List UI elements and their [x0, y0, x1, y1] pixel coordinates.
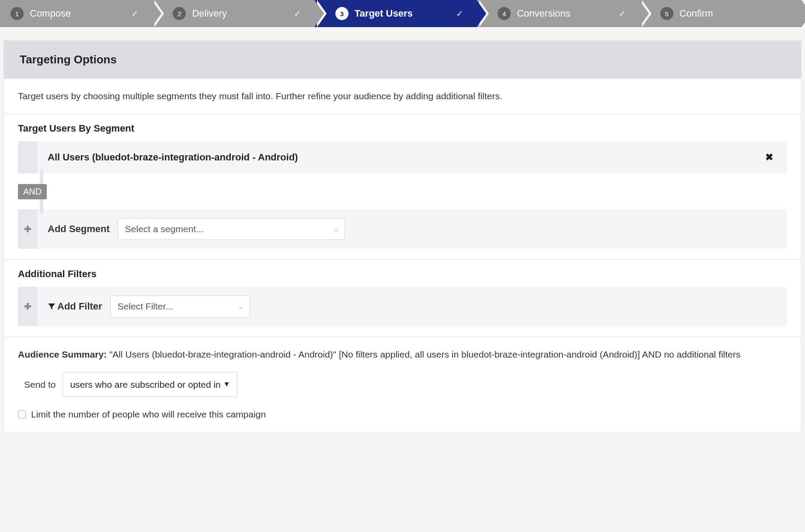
segment-name: All Users (bluedot-braze-integration-and… — [48, 152, 762, 163]
limit-label: Limit the number of people who will rece… — [31, 407, 266, 421]
limit-checkbox[interactable] — [18, 410, 26, 418]
plus-icon: ✚ — [24, 224, 31, 234]
segment-prefix — [18, 141, 37, 174]
chevron-down-icon: ⌵ — [334, 226, 338, 233]
filters-section: Additional Filters ✚ Add Filter Select F… — [4, 260, 801, 337]
summary-text: Audience Summary: "All Users (bluedot-br… — [18, 348, 787, 362]
and-badge: AND — [18, 184, 47, 199]
card-description: Target users by choosing multiple segmen… — [4, 79, 801, 114]
add-filter-body: Add Filter Select Filter... ⌵ — [37, 287, 787, 326]
segment-select-placeholder: Select a segment... — [125, 224, 334, 234]
send-to-row: Send to users who are subscribed or opte… — [24, 372, 787, 397]
check-icon: ✓ — [456, 8, 463, 19]
add-segment-body: Add Segment Select a segment... ⌵ — [37, 209, 787, 249]
card-header: Targeting Options — [4, 41, 801, 79]
caret-down-icon: ▼ — [223, 379, 230, 389]
filter-select-placeholder: Select Filter... — [118, 301, 239, 312]
audience-summary: Audience Summary: "All Users (bluedot-br… — [4, 337, 801, 432]
step-number: 3 — [335, 7, 348, 20]
segment-select[interactable]: Select a segment... ⌵ — [118, 218, 345, 240]
filters-heading: Additional Filters — [18, 268, 787, 280]
step-label: Target Users — [355, 8, 456, 19]
check-icon: ✓ — [619, 8, 626, 19]
step-label: Conversions — [517, 8, 618, 19]
send-to-label: Send to — [24, 378, 56, 392]
segment-body: All Users (bluedot-braze-integration-and… — [37, 141, 787, 174]
add-segment-prefix: ✚ — [18, 209, 37, 249]
step-number: 5 — [660, 7, 673, 20]
plus-icon: ✚ — [24, 301, 31, 312]
targeting-card: Targeting Options Target users by choosi… — [3, 40, 802, 432]
add-filter-label: Add Filter — [48, 301, 102, 312]
selected-segment-row: All Users (bluedot-braze-integration-and… — [18, 141, 787, 174]
segment-connector: AND — [18, 174, 787, 209]
summary-body: "All Users (bluedot-braze-integration-an… — [107, 349, 740, 359]
step-label: Compose — [30, 8, 131, 19]
step-target-users[interactable]: 3 Target Users ✓ — [314, 0, 477, 27]
add-segment-label: Add Segment — [48, 223, 110, 235]
limit-checkbox-row[interactable]: Limit the number of people who will rece… — [18, 407, 787, 421]
card-title: Targeting Options — [20, 53, 785, 66]
add-segment-row: ✚ Add Segment Select a segment... ⌵ — [18, 209, 787, 249]
send-to-value: users who are subscribed or opted in — [70, 378, 223, 392]
add-filter-prefix: ✚ — [18, 287, 37, 326]
step-conversions[interactable]: 4 Conversions ✓ — [477, 0, 639, 27]
step-label: Delivery — [192, 8, 293, 19]
step-delivery[interactable]: 2 Delivery ✓ — [152, 0, 314, 27]
step-number: 1 — [10, 7, 24, 20]
filter-icon — [48, 303, 56, 310]
add-filter-row: ✚ Add Filter Select Filter... ⌵ — [18, 287, 787, 326]
step-compose[interactable]: 1 Compose ✓ — [0, 0, 152, 27]
segments-heading: Target Users By Segment — [18, 123, 787, 134]
wizard-stepper: 1 Compose ✓ 2 Delivery ✓ 3 Target Users … — [0, 0, 805, 27]
check-icon: ✓ — [294, 8, 301, 19]
send-to-select[interactable]: users who are subscribed or opted in ▼ — [63, 372, 237, 397]
step-label: Confirm — [680, 8, 793, 19]
remove-segment-icon[interactable]: ✖ — [762, 150, 777, 165]
segments-section: Target Users By Segment All Users (blued… — [4, 114, 801, 260]
summary-label: Audience Summary: — [18, 349, 107, 359]
filter-select[interactable]: Select Filter... ⌵ — [110, 296, 250, 317]
step-number: 2 — [173, 7, 186, 20]
step-confirm[interactable]: 5 Confirm — [639, 0, 802, 27]
check-icon: ✓ — [131, 8, 139, 19]
chevron-down-icon: ⌵ — [239, 303, 243, 310]
step-number: 4 — [498, 7, 511, 20]
